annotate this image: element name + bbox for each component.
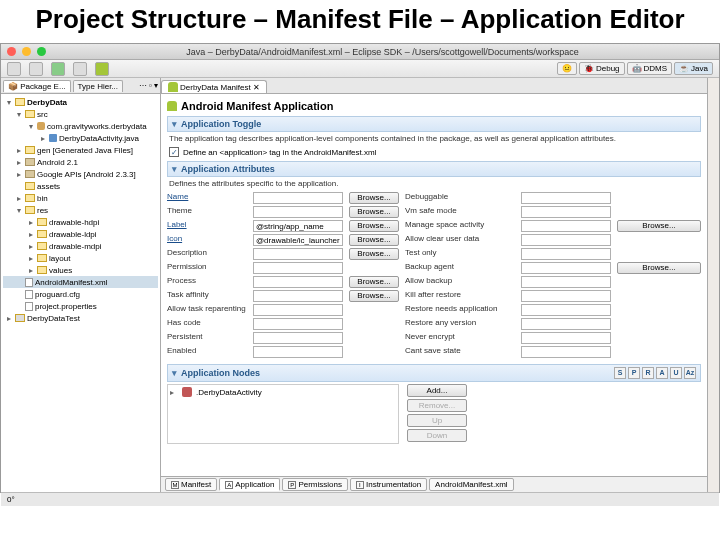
attr-input-backup-agent[interactable] xyxy=(521,262,611,274)
attr-label-permission: Permission xyxy=(167,262,247,274)
attr-input-allow-clear-user-data[interactable] xyxy=(521,234,611,246)
attr-input-enabled[interactable] xyxy=(253,346,343,358)
browse-button[interactable]: Browse... xyxy=(349,220,399,232)
attr-input-has-code[interactable] xyxy=(253,318,343,330)
node-filter-az[interactable]: Az xyxy=(684,367,696,379)
tree-drawable-ldpi[interactable]: ▸drawable-ldpi xyxy=(3,228,158,240)
node-filter-r[interactable]: R xyxy=(642,367,654,379)
attr-input-kill-after-restore[interactable] xyxy=(521,290,611,302)
bottom-tab-manifest[interactable]: MManifest xyxy=(165,478,217,491)
attr-input-cant-save-state[interactable] xyxy=(521,346,611,358)
tree-project-properties[interactable]: project.properties xyxy=(3,300,158,312)
attr-input-process[interactable] xyxy=(253,276,343,288)
section-application-toggle[interactable]: ▾Application Toggle xyxy=(167,116,701,132)
attr-input-vm-safe-mode[interactable] xyxy=(521,206,611,218)
node-filter-p[interactable]: P xyxy=(628,367,640,379)
node-filter-u[interactable]: U xyxy=(670,367,682,379)
tree-proguard[interactable]: proguard.cfg xyxy=(3,288,158,300)
tree-project[interactable]: ▾DerbyData xyxy=(3,96,158,108)
attr-label-label[interactable]: Label xyxy=(167,220,247,232)
editor-title: Android Manifest Application xyxy=(167,100,701,112)
attr-input-theme[interactable] xyxy=(253,206,343,218)
tree-android-lib[interactable]: ▸Android 2.1 xyxy=(3,156,158,168)
close-icon[interactable] xyxy=(7,47,16,56)
outline-collapsed[interactable] xyxy=(707,78,719,492)
attr-input-icon[interactable] xyxy=(253,234,343,246)
browse-button[interactable]: Browse... xyxy=(617,220,701,232)
bottom-tab-instrumentation[interactable]: IInstrumentation xyxy=(350,478,427,491)
open-perspective-button[interactable]: 😐 xyxy=(557,62,577,75)
tree-values[interactable]: ▸values xyxy=(3,264,158,276)
editor-tab-manifest[interactable]: DerbyData Manifest ✕ xyxy=(161,80,267,93)
application-nodes-list[interactable]: ▸.DerbyDataActivity xyxy=(167,384,399,444)
attr-label-manage-space-activity: Manage space activity xyxy=(405,220,515,232)
attr-input-test-only[interactable] xyxy=(521,248,611,260)
attr-input-allow-task-reparenting[interactable] xyxy=(253,304,343,316)
android-icon[interactable] xyxy=(95,62,109,76)
bottom-tab-permissions[interactable]: PPermissions xyxy=(282,478,348,491)
tree-manifest[interactable]: AndroidManifest.xml xyxy=(3,276,158,288)
tree-google-lib[interactable]: ▸Google APIs [Android 2.3.3] xyxy=(3,168,158,180)
browse-button[interactable]: Browse... xyxy=(349,234,399,246)
tree-src[interactable]: ▾src xyxy=(3,108,158,120)
attr-input-label[interactable] xyxy=(253,220,343,232)
run-icon[interactable] xyxy=(51,62,65,76)
define-application-checkbox[interactable]: ✓ xyxy=(169,147,179,157)
attr-input-debuggable[interactable] xyxy=(521,192,611,204)
tree-drawable-hdpi[interactable]: ▸drawable-hdpi xyxy=(3,216,158,228)
attr-input-description[interactable] xyxy=(253,248,343,260)
attr-input-restore-needs-application[interactable] xyxy=(521,304,611,316)
tree-res[interactable]: ▾res xyxy=(3,204,158,216)
tab-icon: I xyxy=(356,481,364,489)
bottom-tab-application[interactable]: AApplication xyxy=(219,478,280,491)
section-application-attributes[interactable]: ▾Application Attributes xyxy=(167,161,701,177)
browse-button[interactable]: Browse... xyxy=(617,262,701,274)
down-node-button[interactable]: Down xyxy=(407,429,467,442)
up-node-button[interactable]: Up xyxy=(407,414,467,427)
attr-input-restore-any-version[interactable] xyxy=(521,318,611,330)
perspective-ddms[interactable]: 🤖 DDMS xyxy=(627,62,673,75)
attr-input-persistent[interactable] xyxy=(253,332,343,344)
tree-gen[interactable]: ▸gen [Generated Java Files] xyxy=(3,144,158,156)
node-filter-s[interactable]: S xyxy=(614,367,626,379)
debug-icon[interactable] xyxy=(73,62,87,76)
tree-closed-project[interactable]: ▸DerbyDataTest xyxy=(3,312,158,324)
perspective-debug[interactable]: 🐞 Debug xyxy=(579,62,625,75)
attr-input-permission[interactable] xyxy=(253,262,343,274)
tree-drawable-mdpi[interactable]: ▸drawable-mdpi xyxy=(3,240,158,252)
tree-bin[interactable]: ▸bin xyxy=(3,192,158,204)
tab-type-hierarchy[interactable]: Type Hier... xyxy=(73,80,123,92)
tab-package-explorer[interactable]: 📦 Package E... xyxy=(3,80,71,92)
tree-package[interactable]: ▾com.gravityworks.derbydata xyxy=(3,120,158,132)
attr-label-icon[interactable]: Icon xyxy=(167,234,247,246)
section-application-nodes[interactable]: ▾Application Nodes SPRAUAz xyxy=(167,364,701,382)
browse-button[interactable]: Browse... xyxy=(349,276,399,288)
browse-button[interactable]: Browse... xyxy=(349,192,399,204)
zoom-icon[interactable] xyxy=(37,47,46,56)
attr-input-task-affinity[interactable] xyxy=(253,290,343,302)
attr-input-manage-space-activity[interactable] xyxy=(521,220,611,232)
save-icon[interactable] xyxy=(29,62,43,76)
android-icon xyxy=(168,82,178,92)
add-node-button[interactable]: Add... xyxy=(407,384,467,397)
browse-button[interactable]: Browse... xyxy=(349,206,399,218)
minimize-icon[interactable] xyxy=(22,47,31,56)
tree-java-file[interactable]: ▸DerbyDataActivity.java xyxy=(3,132,158,144)
attr-input-never-encrypt[interactable] xyxy=(521,332,611,344)
perspective-java[interactable]: ☕ Java xyxy=(674,62,713,75)
attr-input-allow-backup[interactable] xyxy=(521,276,611,288)
browse-button[interactable]: Browse... xyxy=(349,290,399,302)
attr-input-name[interactable] xyxy=(253,192,343,204)
bottom-tab-androidmanifest-xml[interactable]: AndroidManifest.xml xyxy=(429,478,513,491)
node-activity[interactable]: ▸.DerbyDataActivity xyxy=(170,387,396,397)
attr-label-name[interactable]: Name xyxy=(167,192,247,204)
tree-assets[interactable]: assets xyxy=(3,180,158,192)
remove-node-button[interactable]: Remove... xyxy=(407,399,467,412)
node-filter-a[interactable]: A xyxy=(656,367,668,379)
attribute-grid: NameBrowse...DebuggableThemeBrowse...Vm … xyxy=(167,192,701,358)
new-icon[interactable] xyxy=(7,62,21,76)
attr-label-vm-safe-mode: Vm safe mode xyxy=(405,206,515,218)
browse-button[interactable]: Browse... xyxy=(349,248,399,260)
view-menu-icon[interactable]: ⋯ ▫ ▾ xyxy=(139,81,158,90)
tree-layout[interactable]: ▸layout xyxy=(3,252,158,264)
